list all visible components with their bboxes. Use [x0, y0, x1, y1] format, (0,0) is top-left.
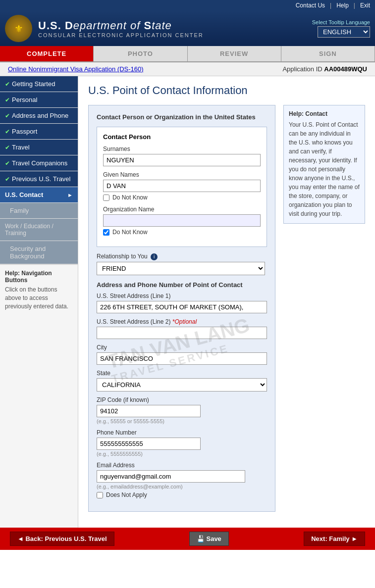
street1-label: U.S. Street Address (Line 1): [97, 293, 267, 299]
sidebar-label: Personal: [12, 96, 37, 103]
relationship-section: Relationship to You i FRIEND SPOUSE PARE…: [97, 253, 267, 275]
street2-group: U.S. Street Address (Line 2) *Optional: [97, 318, 267, 339]
arrow-icon: ►: [67, 192, 73, 198]
email-label: Email Address: [97, 462, 267, 469]
dept-name: U.S. Department of State: [38, 19, 204, 32]
contact-person-heading: Contact Person: [103, 133, 261, 141]
tab-complete[interactable]: COMPLETE: [0, 46, 94, 61]
brand-text: U.S. Department of State CONSULAR ELECTR…: [38, 19, 204, 38]
zip-input[interactable]: [97, 405, 201, 417]
bottom-nav: ◄ Back: Previous U.S. Travel 💾 Save Next…: [0, 528, 375, 550]
nav-tabs: COMPLETE PHOTO REVIEW SIGN: [0, 46, 375, 62]
form-section-title: Contact Person or Organization in the Un…: [97, 113, 267, 121]
help-panel-text: Your U.S. Point of Contact can be any in…: [289, 120, 360, 218]
relationship-label: Relationship to You i: [97, 253, 267, 260]
state-label: State: [97, 370, 267, 377]
given-names-group: Given Names Do Not Know: [103, 171, 261, 201]
sidebar-help-title: Help: Navigation Buttons: [5, 270, 73, 284]
org-name-input[interactable]: [103, 214, 261, 227]
state-group: State CALIFORNIA ALASKA NEW YORK TEXAS: [97, 370, 267, 392]
sidebar-item-previous-us-travel[interactable]: ✔ Previous U.S. Travel: [0, 171, 78, 187]
do-not-know-row: Do Not Know: [103, 194, 261, 201]
sidebar-item-getting-started[interactable]: ✔ Getting Started: [0, 76, 78, 92]
sidebar-label: Previous U.S. Travel: [12, 175, 71, 183]
state-select[interactable]: CALIFORNIA ALASKA NEW YORK TEXAS: [97, 378, 267, 392]
zip-group: ZIP Code (if known) (e.g., 55555 or 5555…: [97, 396, 267, 424]
language-select[interactable]: ENGLISH: [318, 26, 370, 38]
main-layout: ✔ Getting Started ✔ Personal ✔ Address a…: [0, 76, 375, 528]
check-icon: ✔: [5, 112, 10, 119]
info-icon[interactable]: i: [151, 253, 158, 260]
optional-label: *Optional: [172, 318, 197, 325]
back-button[interactable]: ◄ Back: Previous U.S. Travel: [10, 532, 114, 546]
sidebar-label: Work / Education / Training: [5, 223, 73, 237]
sidebar-item-work-education[interactable]: Work / Education / Training: [0, 219, 78, 241]
exit-link[interactable]: Exit: [360, 2, 370, 9]
help-panel: Help: Contact Your U.S. Point of Contact…: [283, 105, 365, 224]
language-label[interactable]: Select Tooltip Language: [312, 19, 370, 25]
sidebar-label: Travel: [12, 144, 30, 151]
check-icon: ✔: [5, 81, 10, 88]
org-do-not-know-checkbox[interactable]: [103, 229, 109, 236]
sidebar-label: Travel Companions: [12, 159, 67, 167]
org-do-not-know-row: Do Not Know: [103, 229, 261, 236]
sidebar-item-address-phone[interactable]: ✔ Address and Phone: [0, 108, 78, 124]
sidebar-item-us-contact[interactable]: U.S. Contact ►: [0, 187, 78, 203]
sidebar-help-text: Click on the buttons above to access pre…: [5, 286, 73, 310]
does-not-apply-checkbox[interactable]: [97, 492, 103, 498]
does-not-apply-row: Does Not Apply: [97, 491, 267, 498]
org-name-group: Organization Name Do Not Know: [103, 206, 261, 236]
city-group: City: [97, 344, 267, 365]
sidebar-item-passport[interactable]: ✔ Passport: [0, 124, 78, 140]
save-button[interactable]: 💾 Save: [189, 532, 229, 546]
surnames-label: Surnames: [103, 146, 261, 152]
street1-input[interactable]: [97, 301, 267, 313]
next-button[interactable]: Next: Family ►: [304, 532, 365, 546]
help-link[interactable]: Help: [336, 2, 349, 9]
sidebar-label: Family: [10, 207, 29, 214]
does-not-apply-label: Does Not Apply: [106, 491, 147, 498]
street1-group: U.S. Street Address (Line 1): [97, 293, 267, 313]
tab-sign[interactable]: SIGN: [281, 46, 375, 61]
org-name-label: Organization Name: [103, 206, 261, 213]
sidebar-label: Address and Phone: [12, 112, 68, 119]
city-input[interactable]: [97, 352, 267, 365]
phone-label: Phone Number: [97, 429, 267, 436]
sidebar-item-travel-companions[interactable]: ✔ Travel Companions: [0, 155, 78, 171]
phone-input[interactable]: [97, 438, 201, 450]
street2-input[interactable]: [97, 327, 267, 339]
do-not-know-checkbox[interactable]: [103, 195, 109, 201]
contact-person-box: Contact Person Surnames Given Names Do N…: [97, 127, 267, 247]
sidebar-item-security[interactable]: Security and Background: [0, 241, 78, 264]
tab-review[interactable]: REVIEW: [188, 46, 281, 61]
do-not-know-label: Do Not Know: [112, 194, 148, 201]
email-input[interactable]: [97, 470, 245, 483]
header-brand: ⚜ U.S. Department of State CONSULAR ELEC…: [0, 11, 375, 46]
sidebar-help: Help: Navigation Buttons Click on the bu…: [0, 264, 78, 315]
form-area: Contact Person or Organization in the Un…: [88, 105, 275, 520]
given-names-input[interactable]: [103, 180, 261, 192]
consular-subtitle: CONSULAR ELECTRONIC APPLICATION CENTER: [38, 32, 204, 38]
sidebar-item-travel[interactable]: ✔ Travel: [0, 140, 78, 155]
sidebar-label: Security and Background: [10, 245, 73, 260]
phone-hint: (e.g., 5555555555): [97, 451, 267, 457]
tab-photo[interactable]: PHOTO: [94, 46, 187, 61]
language-selector: Select Tooltip Language ENGLISH: [312, 19, 370, 38]
city-label: City: [97, 344, 267, 351]
help-panel-title: Help: Contact: [289, 110, 360, 117]
sidebar-item-personal[interactable]: ✔ Personal: [0, 92, 78, 108]
sidebar-label: U.S. Contact: [5, 191, 43, 198]
surnames-input[interactable]: [103, 154, 261, 166]
page-title: U.S. Point of Contact Information: [88, 84, 365, 97]
app-bar: Online Nonimmigrant Visa Application (DS…: [0, 62, 375, 76]
check-icon: ✔: [5, 128, 10, 135]
zip-hint: (e.g., 55555 or 55555-5555): [97, 418, 267, 424]
org-do-not-know-label: Do Not Know: [112, 229, 148, 236]
seal-icon: ⚜: [5, 15, 32, 42]
sidebar-item-family[interactable]: Family: [0, 203, 78, 219]
ds160-link[interactable]: Online Nonimmigrant Visa Application (DS…: [8, 65, 144, 73]
check-icon: ✔: [5, 160, 10, 167]
check-icon: ✔: [5, 144, 10, 151]
contact-us-link[interactable]: Contact Us: [296, 2, 325, 9]
relationship-select[interactable]: FRIEND SPOUSE PARENT SIBLING EMPLOYER OT…: [97, 262, 265, 275]
